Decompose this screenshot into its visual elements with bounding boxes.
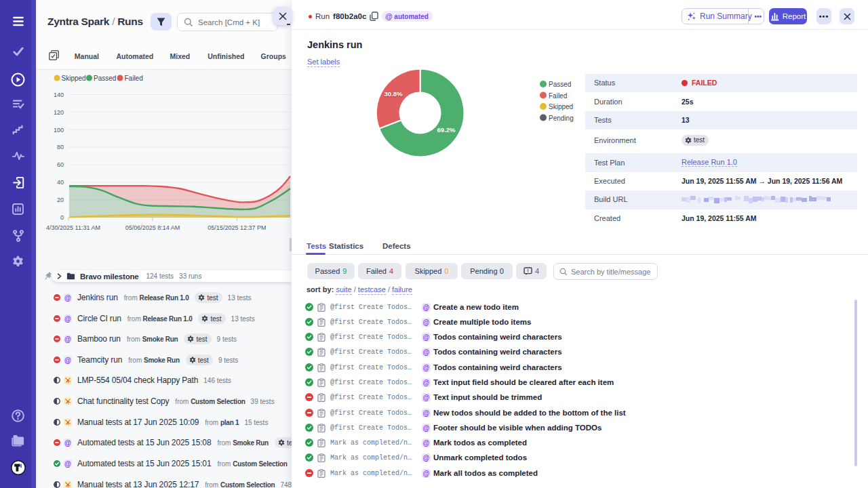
svg-text:120: 120 <box>54 109 64 116</box>
svg-text:Passed: Passed <box>549 81 571 88</box>
svg-text:4/30/2025 11:31 AM: 4/30/2025 11:31 AM <box>46 224 100 231</box>
svg-text:Failed: Failed <box>125 75 143 82</box>
svg-text:20: 20 <box>57 197 64 203</box>
svg-text:05/15/2025 12:37 PM: 05/15/2025 12:37 PM <box>208 224 266 231</box>
svg-text:100: 100 <box>54 127 64 134</box>
svg-text:0: 0 <box>60 214 64 221</box>
svg-text:60: 60 <box>57 161 64 168</box>
svg-text:40: 40 <box>57 179 64 186</box>
svg-text:Pending: Pending <box>549 115 574 122</box>
svg-text:Skipped: Skipped <box>62 75 86 82</box>
svg-text:80: 80 <box>57 144 64 150</box>
svg-text:69.2%: 69.2% <box>437 126 456 134</box>
svg-text:Failed: Failed <box>549 92 567 100</box>
svg-text:30.8%: 30.8% <box>384 90 403 98</box>
svg-text:Skipped: Skipped <box>549 103 573 110</box>
svg-text:140: 140 <box>54 92 64 98</box>
svg-text:Passed: Passed <box>94 75 116 82</box>
svg-text:05/06/2025 8:14 AM: 05/06/2025 8:14 AM <box>125 224 180 231</box>
